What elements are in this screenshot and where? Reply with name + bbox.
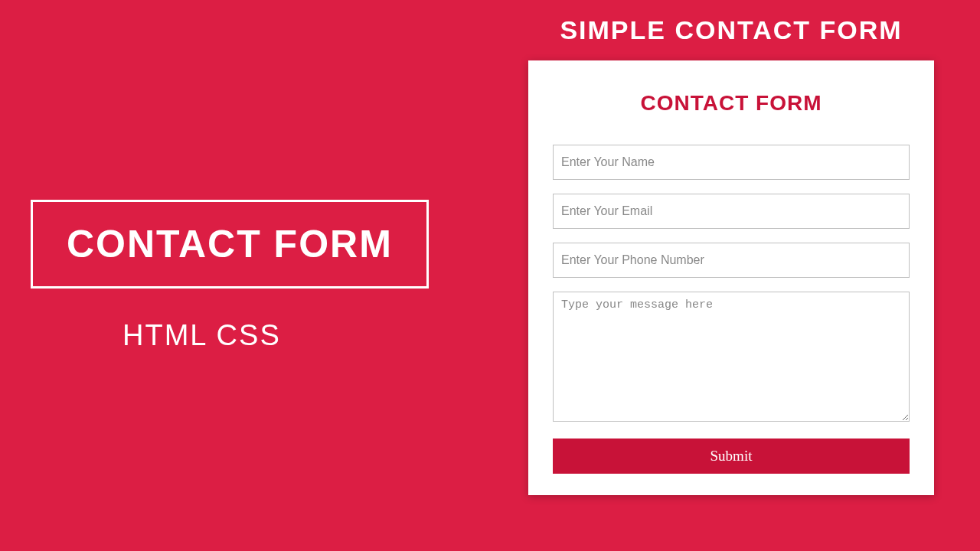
email-input[interactable] bbox=[553, 194, 910, 229]
form-title: CONTACT FORM bbox=[553, 91, 910, 116]
contact-form-box-title: CONTACT FORM bbox=[31, 200, 429, 289]
name-input[interactable] bbox=[553, 145, 910, 180]
right-panel: SIMPLE CONTACT FORM CONTACT FORM Submit bbox=[528, 15, 934, 495]
contact-form-card: CONTACT FORM Submit bbox=[528, 60, 934, 495]
left-panel: CONTACT FORM HTML CSS bbox=[0, 0, 490, 551]
message-textarea[interactable] bbox=[553, 292, 910, 422]
simple-contact-form-header: SIMPLE CONTACT FORM bbox=[528, 15, 934, 45]
html-css-subtitle: HTML CSS bbox=[122, 319, 281, 352]
phone-input[interactable] bbox=[553, 243, 910, 278]
submit-button[interactable]: Submit bbox=[553, 439, 910, 474]
